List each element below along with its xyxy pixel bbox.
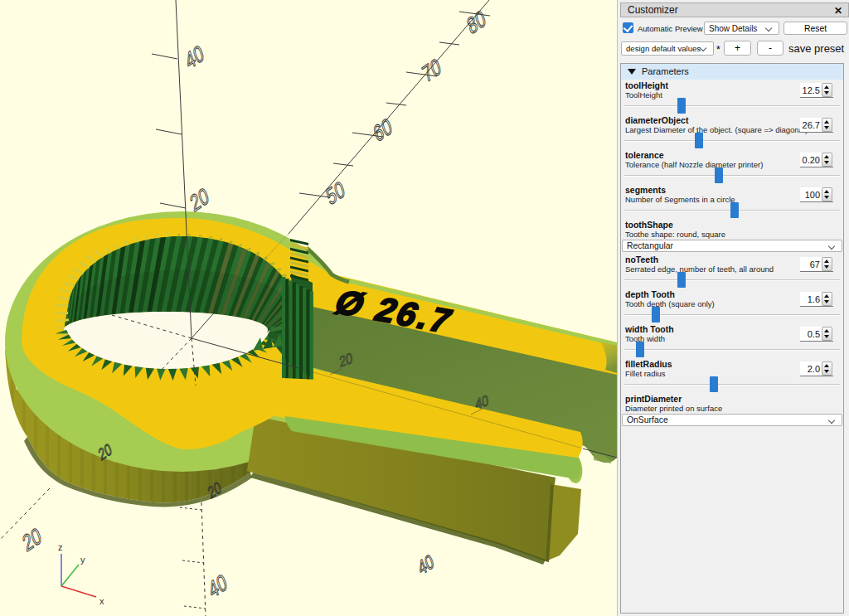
svg-text:x: x <box>99 596 104 606</box>
svg-text:y: y <box>80 555 85 565</box>
svg-text:z: z <box>58 542 63 552</box>
